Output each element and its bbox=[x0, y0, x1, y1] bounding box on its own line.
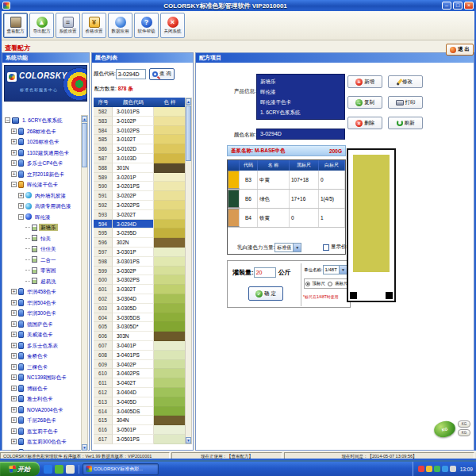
color-table-row[interactable]: 5893-0201P bbox=[94, 173, 186, 182]
quick-launch-icon[interactable] bbox=[55, 465, 63, 474]
copy-button[interactable]: →复制 bbox=[347, 96, 382, 109]
minimize-button[interactable]: – bbox=[442, 2, 451, 10]
color-table-row[interactable]: 6143-0405DS bbox=[94, 407, 186, 416]
tree-node[interactable]: +博丽色卡 bbox=[4, 383, 80, 394]
tree-node[interactable]: +NOVA2004色卡 bbox=[4, 405, 80, 416]
top-ruler-radio[interactable] bbox=[305, 282, 310, 286]
delete-button[interactable]: ×删除 bbox=[347, 117, 382, 129]
color-table-row[interactable]: 6073-0401P bbox=[94, 341, 186, 351]
tree-node[interactable]: +立邦2018新色卡 bbox=[4, 169, 80, 180]
tree-node[interactable]: 二合一 bbox=[4, 255, 80, 266]
scroll-down-icon[interactable]: ▼ bbox=[186, 437, 191, 443]
tree-node[interactable]: +268标准色卡 bbox=[4, 126, 80, 137]
color-table-row[interactable]: 5823-0101PS bbox=[94, 107, 186, 117]
print-button[interactable]: 打印 bbox=[388, 96, 423, 109]
color-table-row[interactable]: 5933-0202T bbox=[94, 210, 186, 220]
color-table-row[interactable]: 5903-0201PS bbox=[94, 182, 186, 191]
expand-icon[interactable]: + bbox=[11, 417, 17, 423]
modify-button[interactable]: 修改 bbox=[388, 75, 423, 88]
expand-icon[interactable]: + bbox=[18, 193, 24, 198]
color-table-row[interactable]: 615304N bbox=[94, 416, 186, 425]
tree-node[interactable]: +1026标准色卡 bbox=[4, 136, 80, 148]
chevron-down-icon[interactable]: ▼ bbox=[293, 244, 301, 251]
collapse-icon[interactable]: − bbox=[5, 117, 10, 123]
color-table-row[interactable]: 6103-0402PS bbox=[94, 369, 186, 378]
expand-icon[interactable]: + bbox=[11, 150, 17, 155]
tree-node[interactable]: +千层268色卡 bbox=[4, 415, 80, 426]
collapse-icon[interactable]: − bbox=[11, 182, 17, 187]
view-formula-button[interactable]: 查看配方 bbox=[3, 13, 28, 38]
show-price-checkbox[interactable] bbox=[323, 244, 329, 251]
expand-icon[interactable]: + bbox=[11, 289, 17, 294]
expand-icon[interactable]: + bbox=[11, 407, 17, 413]
expand-icon[interactable]: + bbox=[11, 386, 17, 391]
export-formula-button[interactable]: ▲导出配方 bbox=[29, 13, 54, 38]
color-table-row[interactable]: 6023-0304D bbox=[94, 294, 186, 304]
collapse-icon[interactable]: − bbox=[18, 214, 24, 220]
color-table-row[interactable]: 6093-0402P bbox=[94, 360, 186, 370]
expand-icon[interactable]: + bbox=[18, 203, 24, 209]
tree-node[interactable]: +多乐士色系表 bbox=[4, 340, 80, 351]
color-code-input[interactable] bbox=[116, 69, 146, 79]
tree-node[interactable]: +德国萨色卡 bbox=[4, 319, 80, 330]
software-help-button[interactable]: ?软件帮助 bbox=[134, 13, 159, 38]
expand-icon[interactable]: + bbox=[11, 139, 17, 144]
tree-node[interactable]: +金桥色卡 bbox=[4, 351, 80, 362]
color-table-row[interactable]: 6173-0501PS bbox=[94, 435, 186, 444]
color-table-row[interactable]: 6123-0404D bbox=[94, 388, 186, 397]
color-table-row[interactable]: 6113-0402T bbox=[94, 378, 186, 388]
tree-node[interactable]: 零害园 bbox=[4, 265, 80, 276]
scroll-thumb[interactable] bbox=[186, 106, 191, 161]
quick-launch-icon[interactable] bbox=[44, 465, 52, 474]
expand-icon[interactable]: + bbox=[11, 171, 17, 177]
color-table-row[interactable]: 588301N bbox=[94, 163, 186, 173]
expand-icon[interactable]: + bbox=[11, 300, 17, 305]
tree-node[interactable]: +美威漆色卡 bbox=[4, 329, 80, 340]
tree-node[interactable]: +雅士利色卡 bbox=[4, 393, 80, 405]
chevron-down-icon[interactable]: ▼ bbox=[339, 266, 347, 274]
tree-node[interactable]: +多乐士CP4色卡 bbox=[4, 158, 80, 169]
color-table-row[interactable]: 5863-0102D bbox=[94, 144, 186, 154]
close-system-button[interactable]: ×关闭系统 bbox=[160, 13, 185, 38]
data-apply-button[interactable]: 数据应用 bbox=[108, 13, 132, 38]
expand-icon[interactable]: + bbox=[11, 321, 17, 327]
tree-node[interactable]: −1. 6CRY色浆系统 bbox=[4, 115, 80, 126]
tree-node[interactable]: +内外墙乳胶漆 bbox=[4, 190, 80, 202]
color-table-row[interactable]: 606303N bbox=[94, 332, 186, 341]
color-table-row[interactable]: 5873-0103D bbox=[94, 154, 186, 163]
scroll-up-icon[interactable]: ▲ bbox=[82, 116, 87, 122]
taskbar-app-button[interactable]: COLORSKY标准色彩... bbox=[83, 463, 159, 475]
bottom-ruler-radio[interactable] bbox=[328, 282, 332, 286]
maximize-button[interactable]: □ bbox=[453, 2, 463, 10]
color-table-row[interactable]: 6033-0305D bbox=[94, 304, 186, 313]
close-button[interactable]: × bbox=[464, 2, 474, 10]
tree-node[interactable]: 怡美 bbox=[4, 233, 80, 244]
system-settings-button[interactable]: ≡系统设置 bbox=[56, 13, 80, 38]
tree-node[interactable]: +嘉宝莉干色卡 bbox=[4, 426, 80, 437]
opacity-equivalent-select[interactable]: 标准值 ▼ bbox=[274, 243, 301, 252]
confirm-button[interactable]: ✓ 确 定 bbox=[248, 286, 283, 301]
color-table-row[interactable]: 5923-0202PS bbox=[94, 201, 186, 210]
tray-icon[interactable] bbox=[442, 466, 448, 472]
color-table-row[interactable]: 6083-0401PS bbox=[94, 351, 186, 360]
expand-icon[interactable]: + bbox=[11, 310, 17, 316]
color-table-row[interactable]: 6013-0302T bbox=[94, 285, 186, 294]
expand-icon[interactable]: + bbox=[11, 332, 17, 337]
expand-icon[interactable]: + bbox=[11, 129, 17, 134]
scroll-thumb[interactable] bbox=[82, 123, 87, 167]
color-table-row[interactable]: 5983-0301PS bbox=[94, 257, 186, 267]
tree-node[interactable]: +1102建筑通用色卡 bbox=[4, 148, 80, 159]
color-table-row[interactable]: 5833-0102P bbox=[94, 117, 186, 126]
tree-node[interactable]: +三棵色卡 bbox=[4, 362, 80, 373]
exit-button[interactable]: 退 出 bbox=[446, 44, 474, 56]
expand-icon[interactable]: + bbox=[11, 353, 17, 359]
tray-icon[interactable] bbox=[418, 466, 424, 472]
expand-icon[interactable]: + bbox=[11, 160, 17, 166]
scroll-up-icon[interactable]: ▲ bbox=[186, 98, 191, 105]
color-table-row[interactable]: 5913-0202P bbox=[94, 191, 186, 201]
add-button[interactable]: +新增 bbox=[347, 75, 382, 88]
tree-node[interactable]: +华润300色卡 bbox=[4, 308, 80, 319]
color-table-row[interactable]: 5853-0102T bbox=[94, 135, 186, 144]
color-table-scrollbar[interactable]: ▲ ▼ bbox=[185, 98, 192, 444]
expand-icon[interactable]: + bbox=[11, 439, 17, 444]
